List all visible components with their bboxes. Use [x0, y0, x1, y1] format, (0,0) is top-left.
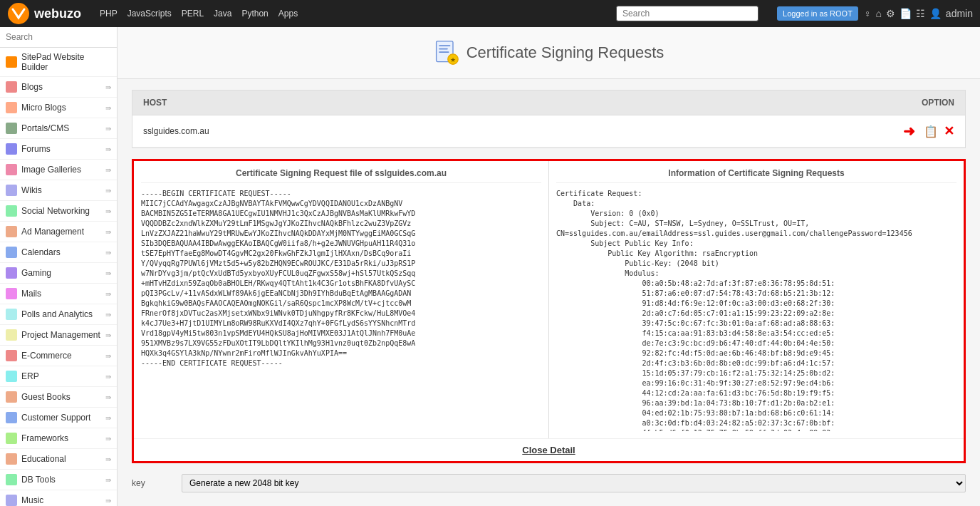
sitepad-icon	[6, 56, 17, 68]
info-text-content: Certificate Request: Data: Version: 0 (0…	[556, 189, 956, 431]
sidebar-item-dbtools[interactable]: DB Tools ⇛	[0, 470, 117, 490]
sidebar-item-label: Ad Management	[21, 227, 105, 237]
sidebar-item-portals[interactable]: Portals/CMS ⇛	[0, 118, 117, 139]
nav-link-perl[interactable]: PERL	[182, 9, 204, 19]
sidebar-item-label: Gaming	[21, 268, 105, 278]
expand-icon: ⇛	[105, 104, 111, 112]
csr-text-panel: Certificate Signing Request file of sslg…	[134, 161, 549, 438]
sidebar-item-label: Blogs	[21, 82, 105, 92]
sidebar-item-forums[interactable]: Forums ⇛	[0, 139, 117, 160]
table-header: HOST OPTION	[132, 91, 965, 115]
sidebar-item-educational[interactable]: Educational ⇛	[0, 449, 117, 470]
sidebar-item-guestbooks[interactable]: Guest Books ⇛	[0, 387, 117, 408]
expand-icon: ⇛	[105, 497, 111, 505]
svg-rect-4	[439, 51, 449, 53]
file-icon[interactable]: 📄	[900, 8, 912, 19]
nav-link-js[interactable]: JavaScripts	[127, 9, 172, 19]
imagegal-icon	[6, 164, 17, 175]
main-content: ★ Certificate Signing Requests HOST OPTI…	[118, 27, 980, 506]
expand-icon: ⇛	[105, 352, 111, 360]
sidebar-item-label: Polls and Analytics	[21, 309, 105, 319]
social-icon	[6, 205, 17, 217]
svg-rect-2	[439, 45, 450, 46]
close-detail-button[interactable]: Close Detail	[522, 445, 575, 455]
expand-icon: ⇛	[105, 414, 111, 422]
support-icon	[6, 412, 17, 423]
settings-icon[interactable]: ⚙	[886, 8, 895, 19]
top-icons: ♀ ⌂ ⚙ 📄 ☷ 👤 admin	[864, 8, 973, 19]
sidebar-item-imagegalleries[interactable]: Image Galleries ⇛	[0, 160, 117, 180]
delete-button[interactable]: ✕	[944, 123, 954, 139]
expand-icon: ⇛	[105, 311, 111, 319]
key-row: key Generate a new 2048 bit key	[132, 474, 966, 492]
sidebar-item-social[interactable]: Social Networking ⇛	[0, 201, 117, 222]
sidebar-item-label: E-Commerce	[21, 351, 105, 361]
detail-area: Certificate Signing Request file of sslg…	[132, 159, 966, 463]
nav-link-apps[interactable]: Apps	[278, 9, 298, 19]
sidebar-item-microblogs[interactable]: Micro Blogs ⇛	[0, 98, 117, 118]
sidebar-item-blogs[interactable]: Blogs ⇛	[0, 77, 117, 98]
top-right-area: Logged in as ROOT ♀ ⌂ ⚙ 📄 ☷ 👤 admin	[777, 6, 973, 21]
wikis-icon	[6, 185, 17, 196]
sidebar-search-input[interactable]	[6, 32, 113, 42]
key-select[interactable]: Generate a new 2048 bit key	[182, 474, 966, 492]
sidebar-item-label: Micro Blogs	[21, 103, 105, 113]
sidebar-item-music[interactable]: Music ⇛	[0, 490, 117, 506]
nav-link-java[interactable]: Java	[214, 9, 231, 19]
blogs-icon	[6, 81, 17, 93]
sidebar-item-admanagement[interactable]: Ad Management ⇛	[0, 222, 117, 242]
expand-icon: ⇛	[105, 228, 111, 236]
nav-link-python[interactable]: Python	[241, 9, 268, 19]
search-input-top[interactable]	[616, 6, 759, 21]
copy-button[interactable]: 📋	[924, 125, 938, 138]
sidebar-item-label: Customer Support	[21, 413, 105, 423]
sidebar-item-label: Calendars	[21, 247, 105, 257]
sidebar-item-label: Mails	[21, 289, 105, 299]
svg-text:★: ★	[450, 56, 456, 63]
grid-icon[interactable]: ☷	[916, 8, 925, 19]
sidebar-item-polls[interactable]: Polls and Analytics ⇛	[0, 304, 117, 325]
csr-panel-title: Certificate Signing Request file of sslg…	[141, 168, 541, 183]
home-icon[interactable]: ⌂	[875, 8, 881, 19]
arrow-icon: ➜	[903, 123, 915, 140]
sidebar-item-customersupport[interactable]: Customer Support ⇛	[0, 408, 117, 428]
sidebar-item-sitepad[interactable]: SitePad Website Builder	[0, 48, 117, 77]
sidebar-item-wikis[interactable]: Wikis ⇛	[0, 180, 117, 201]
expand-icon: ⇛	[105, 249, 111, 257]
logo[interactable]: webuzo	[7, 2, 81, 25]
mails-icon	[6, 288, 17, 299]
expand-icon: ⇛	[105, 435, 111, 443]
expand-icon: ⇛	[105, 207, 111, 215]
sidebar-item-erp[interactable]: ERP ⇛	[0, 366, 117, 387]
sidebar-item-mails[interactable]: Mails ⇛	[0, 284, 117, 304]
guest-icon	[6, 391, 17, 403]
key-label: key	[132, 478, 174, 488]
csr-info-panel: Information of Certificate Signing Reque…	[549, 161, 964, 438]
sidebar-item-calendars[interactable]: Calendars ⇛	[0, 242, 117, 263]
wordpress-icon[interactable]: ♀	[864, 8, 872, 19]
sidebar: 🔍 SitePad Website Builder Blogs ⇛ Micro …	[0, 27, 118, 506]
sidebar-item-label: DB Tools	[21, 475, 105, 485]
sidebar-item-pm[interactable]: Project Management ⇛	[0, 325, 117, 346]
sidebar-item-label: Guest Books	[21, 392, 105, 402]
svg-point-0	[8, 3, 29, 24]
expand-icon: ⇛	[105, 373, 111, 381]
logged-in-button[interactable]: Logged in as ROOT	[777, 6, 858, 21]
user-icon[interactable]: 👤	[929, 8, 942, 19]
cal-icon	[6, 247, 17, 258]
expand-icon: ⇛	[105, 476, 111, 484]
expand-icon: ⇛	[105, 290, 111, 298]
sidebar-item-gaming[interactable]: Gaming ⇛	[0, 263, 117, 284]
frame-icon	[6, 433, 17, 444]
sidebar-item-label: Wikis	[21, 185, 105, 195]
sidebar-item-ecommerce[interactable]: E-Commerce ⇛	[0, 346, 117, 366]
csr-text-content[interactable]: -----BEGIN CERTIFICATE REQUEST----- MIIC…	[141, 189, 541, 431]
expand-icon: ⇛	[105, 166, 111, 174]
sidebar-search-bar[interactable]: 🔍	[0, 27, 117, 48]
sidebar-item-label: Social Networking	[21, 206, 105, 216]
nav-link-php[interactable]: PHP	[100, 9, 118, 19]
pm-icon	[6, 329, 17, 341]
top-nav-links: PHP JavaScripts PERL Java Python Apps	[100, 9, 298, 19]
sidebar-item-label: Forums	[21, 144, 105, 154]
sidebar-item-frameworks[interactable]: Frameworks ⇛	[0, 428, 117, 449]
